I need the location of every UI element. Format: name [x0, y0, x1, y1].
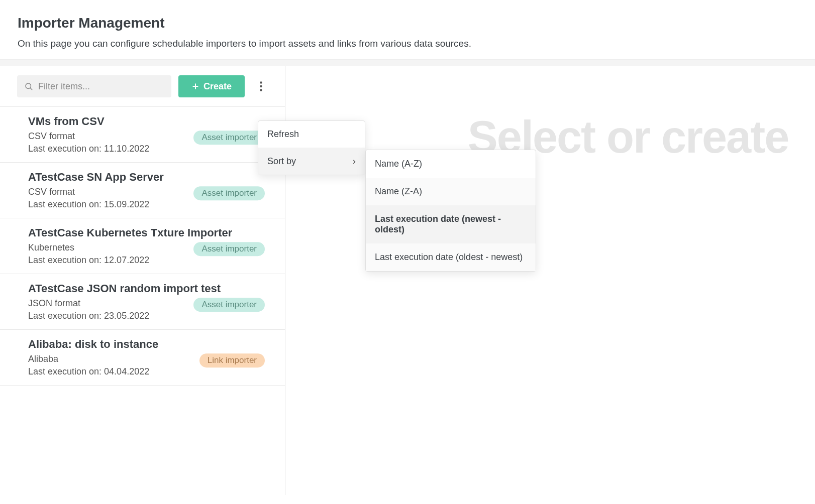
create-label: Create [203, 81, 232, 92]
menu-item-sort-by[interactable]: Sort by › [258, 148, 365, 175]
svg-point-6 [260, 89, 262, 91]
menu-item-refresh-label: Refresh [267, 129, 299, 140]
importer-list-pane: Create VMs from CSVCSV formatLast execut… [0, 66, 285, 495]
importer-last-execution: Last execution on: 15.09.2022 [28, 199, 274, 210]
sort-option[interactable]: Last execution date (oldest - newest) [366, 243, 536, 271]
asset-importer-badge: Asset importer [193, 298, 265, 312]
asset-importer-badge: Asset importer [193, 186, 265, 200]
asset-importer-badge: Asset importer [193, 131, 265, 145]
sort-option[interactable]: Last execution date (newest - oldest) [366, 205, 536, 243]
filter-box[interactable] [17, 75, 171, 97]
header-divider [0, 59, 815, 66]
importer-name: ATestCase SN App Server [28, 171, 274, 184]
sort-option-label: Name (A-Z) [375, 159, 422, 169]
importer-last-execution: Last execution on: 12.07.2022 [28, 255, 274, 266]
page-description: On this page you can configure schedulab… [18, 38, 797, 49]
more-options-button[interactable] [252, 75, 270, 97]
importer-item[interactable]: ATestCase Kubernetes Txture ImporterKube… [0, 218, 285, 274]
sort-option-label: Last execution date (oldest - newest) [375, 252, 523, 263]
search-icon [24, 82, 33, 91]
importer-item[interactable]: ATestCase SN App ServerCSV formatLast ex… [0, 163, 285, 218]
svg-point-4 [260, 81, 262, 83]
menu-item-sort-by-label: Sort by [267, 156, 296, 167]
link-importer-badge: Link importer [199, 353, 265, 367]
importer-name: VMs from CSV [28, 115, 274, 128]
importer-name: ATestCase Kubernetes Txture Importer [28, 226, 274, 239]
importer-last-execution: Last execution on: 23.05.2022 [28, 311, 274, 321]
sort-option[interactable]: Name (A-Z) [366, 150, 536, 178]
sort-option-label: Last execution date (newest - oldest) [375, 214, 527, 235]
sort-option-label: Name (Z-A) [375, 186, 422, 197]
chevron-right-icon: › [353, 156, 356, 167]
importer-name: ATestCase JSON random import test [28, 282, 274, 295]
importer-item[interactable]: Alibaba: disk to instanceAlibabaLast exe… [0, 330, 285, 386]
toolbar: Create [0, 75, 285, 97]
importer-item[interactable]: VMs from CSVCSV formatLast execution on:… [0, 107, 285, 163]
importer-list: VMs from CSVCSV formatLast execution on:… [0, 106, 285, 386]
more-options-menu: Refresh Sort by › [258, 120, 365, 175]
svg-point-5 [260, 85, 262, 87]
importer-name: Alibaba: disk to instance [28, 338, 274, 351]
asset-importer-badge: Asset importer [193, 242, 265, 256]
plus-icon [191, 82, 199, 90]
sort-submenu: Name (A-Z)Name (Z-A)Last execution date … [365, 150, 536, 272]
importer-last-execution: Last execution on: 11.10.2022 [28, 144, 274, 154]
kebab-icon [260, 81, 262, 91]
create-button[interactable]: Create [178, 75, 245, 97]
svg-point-0 [26, 83, 31, 89]
sort-option[interactable]: Name (Z-A) [366, 178, 536, 205]
svg-line-1 [30, 88, 32, 89]
importer-last-execution: Last execution on: 04.04.2022 [28, 366, 274, 377]
menu-item-refresh[interactable]: Refresh [258, 121, 365, 148]
filter-input[interactable] [38, 81, 164, 92]
page-header: Importer Management On this page you can… [0, 0, 815, 59]
importer-item[interactable]: ATestCase JSON random import testJSON fo… [0, 274, 285, 330]
page-title: Importer Management [18, 15, 797, 31]
